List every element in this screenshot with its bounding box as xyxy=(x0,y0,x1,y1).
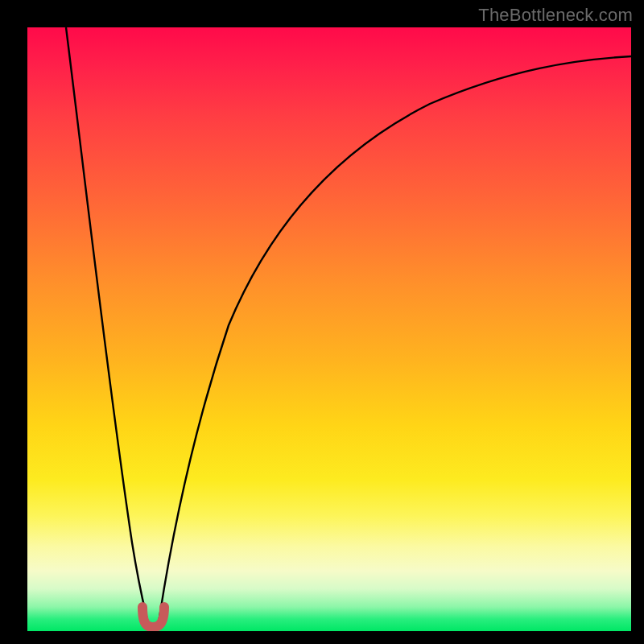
dip-marker-icon xyxy=(142,607,164,627)
plot-area xyxy=(27,27,631,631)
curve-layer xyxy=(27,27,631,631)
chart-frame: TheBottleneck.com xyxy=(0,0,644,644)
curve-right-branch xyxy=(159,56,631,623)
curve-left-branch xyxy=(66,27,148,623)
watermark-text: TheBottleneck.com xyxy=(478,5,633,26)
